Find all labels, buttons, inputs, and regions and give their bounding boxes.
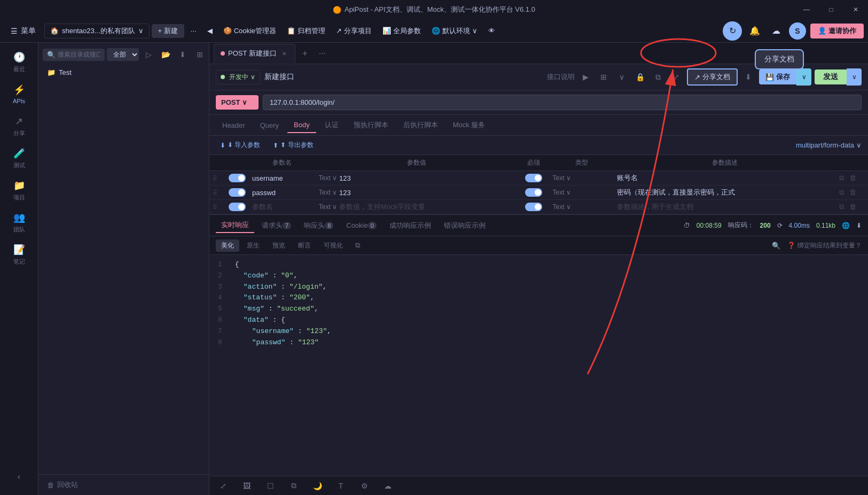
resp-tab-success-example[interactable]: 成功响应示例	[384, 219, 436, 233]
avatar[interactable]: S	[789, 22, 806, 40]
type-select[interactable]: Text ∨	[319, 189, 337, 196]
sidebar-item-test[interactable]: 🧪 测试	[4, 143, 34, 173]
row-delete-icon[interactable]: 🗑	[849, 203, 856, 211]
resp-tab-cookie[interactable]: Cookie0	[341, 219, 382, 231]
new-button[interactable]: + 新建	[152, 24, 184, 38]
row-copy-icon[interactable]: ⧉	[839, 203, 844, 211]
row-delete-icon[interactable]: 🗑	[849, 188, 856, 196]
multipart-selector[interactable]: multipart/form-data ∨	[796, 141, 862, 149]
view-toggle-btn[interactable]: ⊞	[596, 69, 611, 84]
type-select[interactable]: Text ∨	[319, 174, 337, 182]
menu-button[interactable]: ☰ 菜单	[4, 24, 42, 38]
drag-handle-icon[interactable]: ⠿	[213, 175, 217, 182]
tree-download-button[interactable]: ⬇	[175, 47, 190, 62]
import-params-button[interactable]: ⬇ ⬇ 导入参数	[216, 139, 264, 151]
tree-item-test[interactable]: 📁 Test	[38, 66, 209, 79]
eye-button[interactable]: 👁	[484, 25, 499, 37]
sidebar-item-notes[interactable]: 📝 笔记	[4, 239, 34, 269]
sidebar-item-share[interactable]: ↗ 分享	[4, 111, 34, 141]
bind-response-button[interactable]: ❓ 绑定响应结果到变量？	[787, 241, 862, 250]
url-input[interactable]	[263, 95, 862, 110]
chevron-down-btn[interactable]: ∨	[614, 69, 629, 84]
resp-tab-resp-headers[interactable]: 响应头8	[299, 219, 339, 233]
expand-icon-btn[interactable]: ⤢	[669, 69, 684, 84]
copy-icon-btn[interactable]: ⧉	[651, 69, 666, 84]
expand-status-btn[interactable]: ⤢	[216, 478, 231, 493]
tree-run-button[interactable]: ▷	[141, 47, 156, 62]
share-project-button[interactable]: ↗ 分享项目	[332, 24, 376, 38]
type2-select[interactable]: Text ∨	[553, 174, 611, 182]
param-toggle[interactable]	[229, 174, 246, 182]
search-box[interactable]: 🔍	[43, 49, 105, 61]
tab-query[interactable]: Query	[254, 118, 285, 133]
more-button[interactable]: ···	[186, 25, 201, 37]
minimize-button[interactable]: —	[794, 0, 819, 19]
tab-body[interactable]: Body	[287, 118, 316, 133]
save-button[interactable]: 💾 保存	[759, 69, 796, 84]
required-toggle[interactable]	[525, 188, 542, 197]
row-copy-icon[interactable]: ⧉	[839, 174, 844, 182]
image-status-btn[interactable]: 🖼	[239, 478, 254, 493]
cloud-status-btn[interactable]: ☁	[380, 478, 395, 493]
row-delete-icon[interactable]: 🗑	[849, 174, 856, 182]
type2-select[interactable]: Text ∨	[553, 189, 611, 196]
close-button[interactable]: ✕	[843, 0, 868, 19]
param-desc-cell[interactable]: 参数描述，用于生成文档	[614, 200, 836, 214]
tab-mock[interactable]: Mock 服务	[447, 117, 492, 133]
moon-status-btn[interactable]: 🌙	[310, 478, 325, 493]
tab-add-button[interactable]: +	[298, 46, 312, 61]
copy-status-btn[interactable]: ⧉	[286, 478, 301, 493]
cookie-manager-button[interactable]: 🍪 Cookie管理器	[219, 24, 280, 38]
type2-select[interactable]: Text ∨	[553, 203, 611, 211]
row-copy-icon[interactable]: ⧉	[839, 188, 844, 196]
resp-search-button[interactable]: 🔍	[769, 238, 783, 252]
resp-tab-error-example[interactable]: 错误响应示例	[439, 219, 491, 233]
tree-folder-button[interactable]: 📂	[158, 47, 173, 62]
export-params-button[interactable]: ⬆ ⬆ 导出参数	[269, 139, 317, 151]
tab-more-button[interactable]: ···	[315, 47, 330, 60]
more-options-btn[interactable]: ⬇	[741, 69, 756, 84]
param-toggle[interactable]	[229, 188, 246, 197]
status-dropdown[interactable]: 开发中 ∨	[216, 70, 260, 84]
tab-post-script[interactable]: 后执行脚本	[397, 117, 444, 133]
sidebar-item-apis[interactable]: ⚡ APIs	[4, 79, 34, 109]
cloud-button[interactable]: ☁	[768, 22, 785, 40]
resp-view-visualize[interactable]: 可视化	[318, 239, 348, 252]
required-toggle[interactable]	[525, 203, 542, 211]
resp-tab-realtime[interactable]: 实时响应	[216, 218, 254, 233]
resp-view-beautify[interactable]: 美化	[216, 239, 239, 252]
tab-close-button[interactable]: ✕	[280, 49, 288, 58]
type-select[interactable]: Text ∨	[319, 203, 337, 211]
search-input[interactable]	[58, 51, 100, 58]
send-button[interactable]: 发送	[815, 69, 847, 84]
drag-handle-icon[interactable]: ⠿	[213, 204, 217, 211]
run-icon-btn[interactable]: ▶	[578, 69, 593, 84]
text-status-btn[interactable]: T	[333, 478, 348, 493]
resp-view-raw[interactable]: 原生	[241, 239, 265, 252]
archive-mgmt-button[interactable]: 📋 归档管理	[283, 24, 330, 38]
sidebar-item-project[interactable]: 📁 项目	[4, 175, 34, 205]
filter-select[interactable]: 全部	[107, 48, 139, 61]
drag-handle-icon[interactable]: ⠿	[213, 189, 217, 197]
tab-header[interactable]: Header	[216, 118, 252, 133]
maximize-button[interactable]: □	[819, 0, 843, 19]
resp-view-preview[interactable]: 预览	[267, 239, 291, 252]
sidebar-collapse-button[interactable]: ‹	[4, 467, 34, 486]
default-env-button[interactable]: 🌐 默认环境 ∨	[427, 24, 482, 38]
param-toggle[interactable]	[229, 203, 246, 211]
notification-button[interactable]: 🔔	[746, 22, 763, 40]
trash-button[interactable]: 🗑 回收站	[38, 474, 209, 495]
settings-status-btn[interactable]: ⚙	[357, 478, 372, 493]
tab-pre-script[interactable]: 预执行脚本	[347, 117, 395, 133]
team-selector[interactable]: 🏠 shentao23...的私有团队 ∨	[44, 24, 150, 38]
send-dropdown-button[interactable]: ∨	[847, 68, 862, 86]
lock-icon-btn[interactable]: 🔒	[632, 69, 647, 84]
tab-auth[interactable]: 认证	[318, 117, 345, 133]
method-select[interactable]: POST ∨	[216, 95, 259, 110]
window-status-btn[interactable]: ☐	[263, 478, 278, 493]
back-button[interactable]: ◀	[203, 25, 217, 37]
sidebar-item-team[interactable]: 👥 团队	[4, 207, 34, 237]
required-toggle[interactable]	[525, 174, 542, 182]
resp-view-assert[interactable]: 断言	[293, 239, 316, 252]
refresh-button[interactable]: ↻	[723, 21, 742, 41]
